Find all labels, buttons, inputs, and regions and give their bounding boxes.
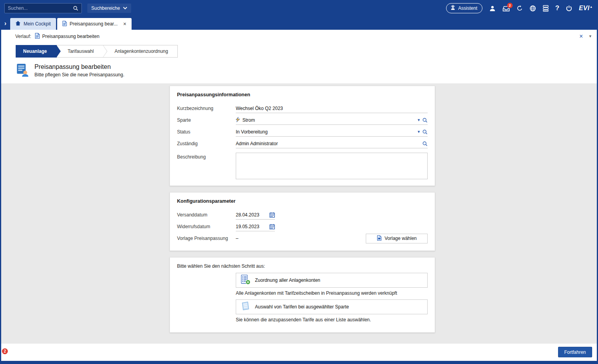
help-icon[interactable]: ?: [555, 4, 559, 12]
field-label: Versanddatum: [177, 212, 236, 218]
versanddatum-value: 28.04.2023: [236, 212, 259, 218]
inbox-badge: 2: [507, 3, 513, 8]
notification-badge: 2: [2, 348, 8, 354]
status-value: In Vorbereitung: [236, 129, 267, 135]
global-search[interactable]: [4, 3, 82, 13]
status-field[interactable]: In Vorbereitung ▾: [236, 127, 428, 137]
power-icon[interactable]: [566, 5, 572, 11]
tab-bar: › Mein Cockpit Preisanpassung bear... ×: [1, 16, 597, 30]
history-bar: Verlauf: Preisanpassung bearbeiten × ▾: [1, 30, 597, 43]
page-header-icon: [15, 63, 29, 83]
search-areas-label: Suchbereiche: [91, 5, 120, 11]
zustaendig-field[interactable]: Admin Administrator: [236, 139, 428, 148]
continue-button[interactable]: Fortfahren: [558, 347, 592, 357]
wizard-step-anlagenkontenzuordnung[interactable]: Anlagenkontenzuordnung: [103, 45, 178, 58]
server-icon[interactable]: [543, 5, 549, 12]
beschreibung-row: Beschreibung: [177, 153, 428, 179]
assign-all-accounts-label: Zuordnung aller Anlagenkonten: [255, 278, 320, 283]
tariff-notes-icon: [240, 301, 251, 313]
field-label: Widerrufsdatum: [177, 224, 236, 229]
lookup-icon[interactable]: [422, 141, 428, 146]
page-title: Preisanpassung bearbeiten: [34, 63, 125, 70]
search-input[interactable]: [8, 5, 73, 11]
top-bar: Suchbereiche Assistent 2: [1, 0, 597, 16]
chevron-down-icon[interactable]: ▾: [417, 129, 420, 134]
history-actions: × ▾: [579, 33, 591, 40]
field-label: Status: [177, 129, 236, 135]
template-icon: [377, 235, 382, 242]
sparte-value: Strom: [242, 117, 255, 123]
inbox-icon[interactable]: 2: [502, 5, 510, 12]
field-label: Sparte: [177, 117, 236, 123]
account-list-plus-icon: [240, 274, 251, 286]
assistant-button[interactable]: Assistent: [446, 3, 482, 13]
beschreibung-textarea[interactable]: [236, 153, 428, 179]
option1-row: Zuordnung aller Anlagenkonten: [177, 273, 428, 288]
field-label: Zuständig: [177, 141, 236, 146]
tab-close-icon[interactable]: ×: [123, 21, 126, 27]
lookup-icon[interactable]: [422, 129, 428, 135]
tab-preisanpassung[interactable]: Preisanpassung bear... ×: [57, 18, 132, 30]
breadcrumb[interactable]: Preisanpassung bearbeiten: [35, 33, 99, 40]
content-area: Preisanpassungsinformationen Kurzbezeich…: [1, 83, 597, 344]
lookup-icon[interactable]: [422, 117, 428, 123]
chevron-down-icon: [123, 5, 127, 11]
electricity-icon: [236, 117, 240, 123]
zustaendig-value: Admin Administrator: [236, 141, 278, 146]
history-label: Verlauf:: [15, 34, 31, 39]
choose-template-label: Vorlage wählen: [385, 236, 417, 241]
app-window: Suchbereiche Assistent 2: [0, 0, 598, 364]
versanddatum-row: Versanddatum 28.04.2023: [177, 209, 428, 221]
widerrufsdatum-row: Widerrufsdatum 19.05.2023: [177, 221, 428, 232]
step-label: Tarifauswahl: [68, 49, 94, 54]
next-step-card: Bitte wählen Sie den nächsten Schritt au…: [170, 257, 435, 333]
widerrufsdatum-field[interactable]: 19.05.2023: [236, 222, 275, 231]
select-tariffs-desc: Sie können die anzupassenden Tarife aus …: [236, 314, 428, 326]
breadcrumb-item-label: Preisanpassung bearbeiten: [42, 34, 99, 39]
kurzbezeichnung-input[interactable]: [236, 106, 428, 111]
tab-label: Mein Cockpit: [23, 21, 51, 27]
search-icon[interactable]: [73, 5, 78, 11]
tabs-expand-icon[interactable]: ›: [4, 20, 6, 27]
document-icon: [62, 21, 67, 27]
price-adjustment-info-card: Preisanpassungsinformationen Kurzbezeich…: [170, 86, 435, 186]
kurzbezeichnung-row: Kurzbezeichnung: [177, 103, 428, 114]
assign-all-accounts-button[interactable]: Zuordnung aller Anlagenkonten: [236, 273, 428, 288]
calendar-icon[interactable]: [269, 212, 275, 218]
vorlage-value: –: [236, 236, 238, 241]
calendar-icon[interactable]: [269, 224, 275, 229]
page-header: Preisanpassung bearbeiten Bitte pflegen …: [1, 59, 597, 83]
kurzbezeichnung-field: [236, 104, 428, 113]
user-icon[interactable]: [489, 5, 496, 12]
tab-mein-cockpit[interactable]: Mein Cockpit: [10, 18, 56, 30]
evi-mark-icon: ▴: [590, 5, 592, 9]
select-tariffs-button[interactable]: Auswahl von Tarifen bei ausgewählter Spa…: [236, 299, 428, 314]
close-icon[interactable]: ×: [579, 33, 583, 40]
vorlage-row: Vorlage Preisanpassung – Vorlage wählen: [177, 232, 428, 244]
redo-icon[interactable]: [517, 5, 523, 11]
topbar-right-cluster: Assistent 2 ? EVI: [446, 3, 592, 13]
choose-template-button[interactable]: Vorlage wählen: [366, 234, 428, 243]
field-label: Beschreibung: [177, 153, 236, 160]
card-title: Preisanpassungsinformationen: [177, 92, 428, 97]
sparte-field[interactable]: Strom ▾: [236, 115, 428, 125]
globe-icon[interactable]: [529, 5, 536, 12]
wizard-step-tarifauswahl[interactable]: Tarifauswahl: [57, 45, 104, 58]
option2-desc-row: Sie können die anzupassenden Tarife aus …: [177, 314, 428, 326]
select-tariffs-label: Auswahl von Tarifen bei ausgewählter Spa…: [255, 304, 349, 310]
versanddatum-field[interactable]: 28.04.2023: [236, 210, 275, 220]
widerrufsdatum-value: 19.05.2023: [236, 224, 259, 229]
chevron-down-icon[interactable]: ▾: [417, 117, 420, 123]
chevron-down-icon[interactable]: ▾: [589, 34, 591, 39]
page-header-text: Preisanpassung bearbeiten Bitte pflegen …: [34, 63, 125, 83]
brand-text: EVI: [579, 5, 589, 12]
wizard-steps: Neuanlage Tarifauswahl Anlagenkontenzuor…: [1, 43, 597, 59]
wizard-step-neuanlage[interactable]: Neuanlage: [16, 45, 57, 58]
next-step-prompt: Bitte wählen Sie den nächsten Schritt au…: [177, 263, 428, 269]
search-areas-dropdown[interactable]: Suchbereiche: [87, 4, 131, 13]
card-title: Konfigurationsparameter: [177, 198, 428, 204]
sparte-row: Sparte Strom ▾: [177, 114, 428, 126]
document-icon: [35, 33, 40, 40]
zustaendig-row: Zuständig Admin Administrator: [177, 138, 428, 150]
status-row: Status In Vorbereitung ▾: [177, 126, 428, 138]
